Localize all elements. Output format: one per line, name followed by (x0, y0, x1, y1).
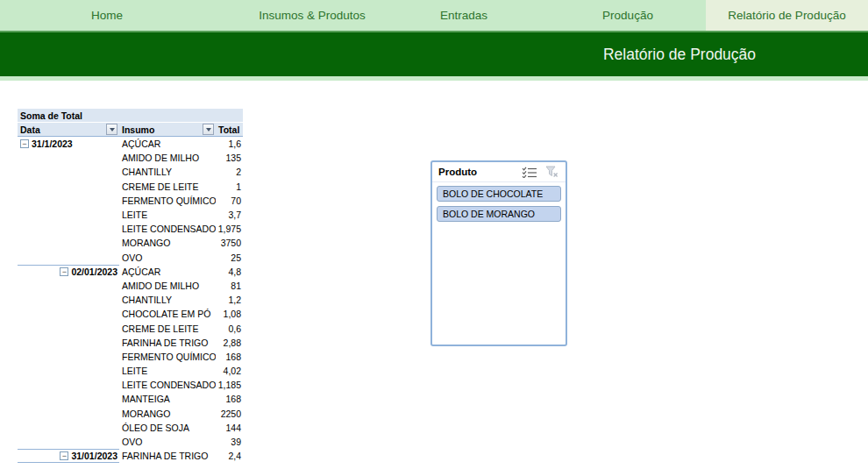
nav-tab-label: Entradas (440, 9, 487, 22)
nav-tab-label: Relatório de Produção (728, 9, 845, 22)
pivot-date-cell (18, 392, 119, 406)
nav-tab-label: Home (91, 9, 123, 22)
slicer-item-bolo-de-chocolate[interactable]: BOLO DE CHOCOLATE (437, 186, 561, 202)
pivot-insumo-cell: CREME DE LEITE (119, 323, 216, 334)
multi-select-icon[interactable] (520, 165, 539, 180)
pivot-total-cell: 70 (216, 195, 243, 206)
pivot-date-cell (18, 407, 119, 421)
pivot-total-cell: 1,185 (216, 380, 243, 390)
nav-tab-producao[interactable]: Produção (594, 0, 662, 31)
clear-filter-icon[interactable] (542, 165, 561, 180)
pivot-row: FERMENTO QUÍMICO70 (18, 194, 243, 208)
pivot-date-cell (18, 236, 119, 250)
pivot-date-cell (18, 321, 119, 335)
pivot-total-cell: 2,88 (216, 338, 243, 348)
pivot-insumo-cell: MANTEIGA (119, 394, 216, 404)
pivot-date-label: 31/01/2023 (71, 451, 117, 461)
pivot-total-cell: 1,975 (216, 224, 243, 234)
pivot-date-cell (18, 421, 119, 435)
pivot-date-cell (18, 180, 119, 194)
pivot-total-cell: 1,6 (216, 139, 243, 149)
pivot-insumo-cell: AÇÚCAR (119, 139, 216, 149)
pivot-row: −31/01/2023FARINHA DE TRIGO2,4 (18, 449, 243, 463)
pivot-row: −02/01/2023AÇÚCAR4,8 (18, 265, 243, 279)
pivot-row: FERMENTO QUÍMICO168 (18, 350, 243, 364)
pivot-total-cell: 2,4 (216, 451, 243, 461)
pivot-insumo-cell: CHOCOLATE EM PÓ (119, 309, 216, 319)
pivot-date-cell: −02/01/2023 (18, 265, 119, 279)
top-nav-bar: Relatório de Produção Home Insumos & Pro… (0, 0, 868, 31)
pivot-row: ÓLEO DE SOJA144 (18, 421, 243, 435)
pivot-date-cell (18, 378, 119, 392)
pivot-total-cell: 1 (216, 181, 243, 192)
pivot-row: MORANGO2250 (18, 407, 243, 421)
pivot-date-cell (18, 435, 119, 449)
nav-tab-home[interactable]: Home (82, 0, 132, 31)
pivot-row: OVO39 (18, 435, 243, 449)
pivot-header-total-label: Total (218, 124, 239, 135)
pivot-table: Soma de Total Data Insumo Total −31/1/20… (18, 109, 243, 463)
pivot-insumo-cell: FARINHA DE TRIGO (119, 338, 216, 348)
pivot-row: AMIDO DE MILHO81 (18, 279, 243, 293)
collapse-button[interactable]: − (20, 139, 29, 148)
pivot-column-headers: Data Insumo Total (18, 123, 243, 137)
slicer-header: Produto (432, 162, 566, 182)
pivot-insumo-cell: MORANGO (119, 238, 216, 248)
slicer-item-bolo-de-morango[interactable]: BOLO DE MORANGO (437, 206, 561, 222)
pivot-row: CREME DE LEITE0,6 (18, 321, 243, 335)
nav-tab-insumos-produtos[interactable]: Insumos & Produtos (250, 0, 374, 31)
page-title: Relatório de Produção (561, 32, 798, 76)
slicer-title: Produto (438, 167, 517, 177)
pivot-header-data-label: Data (20, 124, 40, 135)
pivot-values-header-label: Soma de Total (20, 110, 82, 121)
pivot-date-cell (18, 307, 119, 321)
pivot-row: −31/1/2023AÇÚCAR1,6 (18, 137, 243, 151)
pivot-header-insumo: Insumo (119, 124, 216, 135)
nav-tab-entradas[interactable]: Entradas (431, 0, 496, 31)
produto-slicer: Produto BOLO DE CHOCOLATE (430, 160, 567, 346)
pivot-insumo-cell: LEITE (119, 366, 216, 376)
pivot-insumo-cell: OVO (119, 252, 216, 263)
chevron-down-icon (110, 128, 115, 131)
nav-tab-relatorio-producao[interactable]: Relatório de Produção (706, 0, 868, 31)
pivot-header-data: Data (18, 123, 119, 136)
pivot-row: MORANGO3750 (18, 236, 243, 250)
pivot-date-cell (18, 151, 119, 165)
pivot-body: −31/1/2023AÇÚCAR1,6AMIDO DE MILHO135CHAN… (18, 137, 243, 463)
pivot-row: LEITE CONDENSADO1,185 (18, 378, 243, 392)
pivot-row: CREME DE LEITE1 (18, 180, 243, 194)
pivot-total-cell: 25 (216, 252, 243, 263)
insumo-filter-dropdown-button[interactable] (203, 124, 214, 135)
collapse-button[interactable]: − (60, 451, 68, 460)
pivot-insumo-cell: LEITE CONDENSADO (119, 224, 216, 234)
nav-tab-label: Insumos & Produtos (259, 9, 366, 22)
pivot-insumo-cell: LEITE (119, 210, 216, 220)
pivot-insumo-cell: LEITE CONDENSADO (119, 380, 216, 390)
pivot-total-cell: 2 (216, 167, 243, 177)
pivot-date-cell (18, 165, 119, 179)
pivot-date-cell (18, 350, 119, 364)
pivot-row: LEITE3,7 (18, 208, 243, 222)
pivot-total-cell: 81 (216, 281, 243, 291)
pivot-row: CHANTILLY2 (18, 165, 243, 179)
pivot-row: CHOCOLATE EM PÓ1,08 (18, 307, 243, 321)
pivot-total-cell: 168 (216, 394, 243, 404)
pivot-insumo-cell: CREME DE LEITE (119, 181, 216, 192)
data-filter-dropdown-button[interactable] (106, 124, 117, 135)
pivot-row: MANTEIGA168 (18, 392, 243, 406)
pivot-insumo-cell: AÇÚCAR (119, 266, 216, 277)
pivot-insumo-cell: CHANTILLY (119, 167, 216, 177)
pivot-date-cell: −31/01/2023 (18, 449, 119, 463)
collapse-button[interactable]: − (60, 267, 68, 276)
pivot-insumo-cell: OVO (119, 437, 216, 447)
pivot-insumo-cell: FARINHA DE TRIGO (119, 451, 216, 461)
pivot-insumo-cell: MORANGO (119, 409, 216, 419)
pivot-total-cell: 39 (216, 437, 243, 447)
pivot-insumo-cell: FERMENTO QUÍMICO (119, 352, 216, 362)
pivot-insumo-cell: AMIDO DE MILHO (119, 281, 216, 291)
banner: Relatório de Produção (0, 32, 868, 76)
pivot-total-cell: 0,6 (216, 323, 243, 334)
pivot-total-cell: 135 (216, 153, 243, 163)
pivot-date-cell (18, 364, 119, 378)
chevron-down-icon (206, 128, 211, 131)
